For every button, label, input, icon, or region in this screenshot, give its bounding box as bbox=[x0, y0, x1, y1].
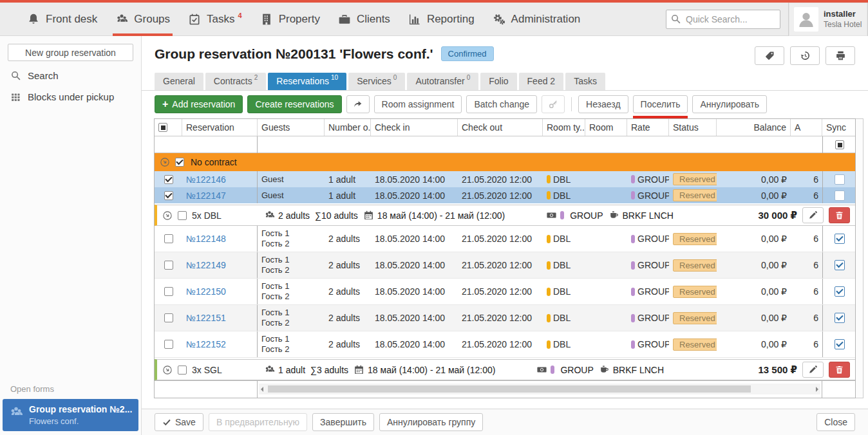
tab-autotransfer[interactable]: Autotransfer0 bbox=[407, 73, 478, 90]
reservation-row[interactable]: №122148Гость 1Гость 22 adults18.05.2020 … bbox=[155, 226, 855, 252]
tab-reservations[interactable]: Reservations10 bbox=[268, 73, 346, 90]
row-select-checkbox[interactable] bbox=[164, 261, 173, 270]
reservation-row[interactable]: №122146Guest1 adult18.05.2020 14:0021.05… bbox=[155, 171, 855, 187]
reservation-link[interactable]: №122151 bbox=[186, 313, 226, 323]
tags-button[interactable] bbox=[755, 46, 784, 65]
nav-administration[interactable]: Administration bbox=[484, 3, 590, 36]
quick-search-input[interactable] bbox=[666, 10, 780, 29]
col-guests[interactable]: Guests bbox=[258, 119, 325, 136]
close-button[interactable]: Close bbox=[816, 413, 855, 431]
sync-checkbox[interactable] bbox=[835, 339, 845, 349]
reservation-link[interactable]: №122147 bbox=[186, 190, 226, 201]
reservation-link[interactable]: №122152 bbox=[186, 339, 226, 349]
sidebar-item-blocks-under-pickup[interactable]: Blocks under pickup bbox=[0, 86, 141, 107]
nav-reporting[interactable]: Reporting bbox=[399, 3, 484, 36]
no-show-button[interactable]: Незаезд bbox=[578, 95, 628, 113]
nav-front-desk[interactable]: Front desk bbox=[18, 3, 106, 36]
delete-block-button[interactable] bbox=[829, 207, 850, 223]
check-in-button[interactable]: Поселить bbox=[633, 95, 688, 113]
open-form-card[interactable]: Group reservation №2... Flowers conf. bbox=[3, 399, 138, 431]
group-select-checkbox[interactable] bbox=[178, 211, 187, 220]
row-select-checkbox[interactable] bbox=[164, 313, 173, 322]
sync-checkbox[interactable] bbox=[835, 260, 845, 270]
guest-names: Гость 1Гость 2 bbox=[261, 334, 289, 355]
col-room[interactable]: Room bbox=[585, 119, 627, 136]
row-select-checkbox[interactable] bbox=[164, 340, 173, 349]
col-status[interactable]: Status bbox=[669, 119, 717, 136]
sync-checkbox[interactable] bbox=[835, 313, 845, 323]
col-room-type[interactable]: Room ty... bbox=[543, 119, 585, 136]
col-a[interactable]: A bbox=[791, 119, 822, 136]
sync-checkbox[interactable] bbox=[835, 286, 845, 297]
edit-block-button[interactable] bbox=[802, 207, 824, 223]
horizontal-scrollbar[interactable] bbox=[259, 384, 820, 394]
col-rate[interactable]: Rate bbox=[627, 119, 669, 136]
cancel-group-button[interactable]: Аннулировать группу bbox=[379, 413, 483, 431]
sync-all-checkbox[interactable] bbox=[835, 140, 844, 149]
nav-clients[interactable]: Clients bbox=[329, 3, 399, 36]
contract-group-row[interactable]: No contract bbox=[155, 153, 855, 171]
nav-property[interactable]: Property bbox=[251, 3, 329, 36]
group-select-checkbox[interactable] bbox=[178, 366, 187, 375]
room-assignment-button[interactable]: Room assignment bbox=[374, 95, 462, 113]
finish-button[interactable]: Завершить bbox=[312, 413, 374, 431]
col-check-in[interactable]: Check in bbox=[371, 119, 458, 136]
batch-change-button[interactable]: Batch change bbox=[466, 95, 537, 113]
row-select-checkbox[interactable] bbox=[164, 287, 173, 296]
create-reservations-button[interactable]: Create reservations bbox=[247, 95, 341, 113]
reservation-row[interactable]: №122150Гость 1Гость 22 adults18.05.2020 … bbox=[155, 279, 855, 305]
scroll-left-arrow[interactable] bbox=[261, 387, 263, 392]
new-group-reservation-button[interactable]: New group reservation bbox=[8, 44, 133, 61]
tab-tasks[interactable]: Tasks bbox=[565, 73, 605, 90]
nav-tasks[interactable]: Tasks4 bbox=[179, 3, 251, 36]
delete-block-button[interactable] bbox=[829, 362, 850, 378]
select-all-checkbox[interactable] bbox=[158, 123, 167, 132]
col-sync[interactable]: Sync bbox=[822, 119, 856, 136]
sync-checkbox[interactable] bbox=[835, 234, 845, 244]
row-select-checkbox[interactable] bbox=[164, 191, 173, 200]
tab-services[interactable]: Services0 bbox=[348, 73, 405, 90]
sync-cell bbox=[822, 171, 856, 187]
keys-button[interactable] bbox=[542, 95, 565, 113]
sidebar-item-search[interactable]: Search bbox=[0, 65, 141, 86]
reservation-link[interactable]: №122146 bbox=[186, 174, 226, 185]
reservation-link[interactable]: №122149 bbox=[186, 260, 226, 270]
room-block-row[interactable]: 5x DBL2 adults∑10 adults18 май (14:00) -… bbox=[155, 205, 855, 226]
room-block-row[interactable]: 3x SGL1 adult∑3 adults18 май (14:00) - 2… bbox=[155, 359, 855, 380]
reservation-row[interactable]: №122152Гость 1Гость 22 adults18.05.2020 … bbox=[155, 331, 855, 358]
nav-groups[interactable]: Groups bbox=[106, 3, 179, 36]
save-button[interactable]: Save bbox=[155, 413, 203, 431]
vertical-scrollbar[interactable] bbox=[856, 118, 863, 398]
tab-feed[interactable]: Feed 2 bbox=[519, 73, 564, 90]
user-menu[interactable]: installer Tesla Hotel bbox=[788, 3, 868, 36]
row-select-checkbox[interactable] bbox=[164, 234, 173, 243]
reservation-link[interactable]: №122148 bbox=[186, 234, 226, 244]
print-button[interactable] bbox=[826, 46, 855, 65]
add-reservation-button[interactable]: Add reservation bbox=[155, 95, 243, 113]
scrollbar-thumb[interactable] bbox=[268, 385, 751, 393]
group-select-checkbox[interactable] bbox=[175, 158, 184, 167]
tab-folio[interactable]: Folio bbox=[480, 73, 516, 90]
a-cell: 6 bbox=[791, 171, 822, 187]
col-number[interactable]: Number o... bbox=[325, 119, 371, 136]
guest-name: Гость 2 bbox=[261, 318, 289, 328]
history-button[interactable] bbox=[790, 46, 820, 65]
money-icon bbox=[546, 210, 557, 221]
sync-checkbox[interactable] bbox=[835, 190, 845, 201]
sync-checkbox[interactable] bbox=[835, 174, 845, 185]
scroll-right-arrow[interactable] bbox=[816, 387, 818, 392]
reservation-row[interactable]: №122149Гость 1Гость 22 adults18.05.2020 … bbox=[155, 252, 855, 279]
to-preliminary-button[interactable]: В предварительную bbox=[209, 413, 307, 431]
move-reservations-button[interactable] bbox=[346, 95, 370, 113]
reservation-row[interactable]: №122147Guest1 adult18.05.2020 14:0021.05… bbox=[155, 187, 855, 203]
row-select-checkbox[interactable] bbox=[164, 175, 173, 184]
cancel-reservation-button[interactable]: Аннулировать bbox=[692, 95, 767, 113]
reservation-link[interactable]: №122150 bbox=[186, 286, 226, 297]
reservation-row[interactable]: №122151Гость 1Гость 22 adults18.05.2020 … bbox=[155, 305, 855, 331]
edit-block-button[interactable] bbox=[802, 362, 824, 378]
col-check-out[interactable]: Check out bbox=[458, 119, 543, 136]
col-balance[interactable]: Balance bbox=[717, 119, 791, 136]
col-reservation[interactable]: Reservation bbox=[182, 119, 258, 136]
tab-general[interactable]: General bbox=[155, 73, 203, 90]
tab-contracts[interactable]: Contracts2 bbox=[205, 73, 266, 90]
